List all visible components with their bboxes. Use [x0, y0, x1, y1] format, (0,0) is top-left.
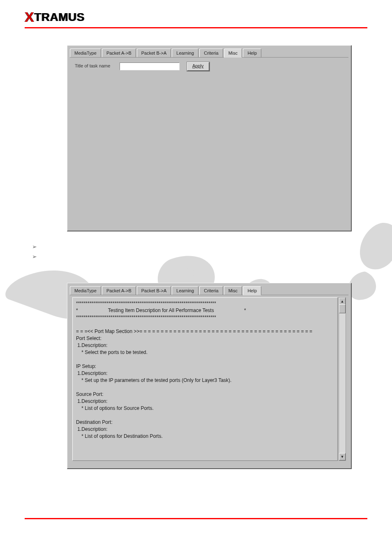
- help-body: ****************************************…: [72, 297, 346, 461]
- misc-body: Title of task name Apply: [75, 62, 344, 71]
- tab-help[interactable]: Help: [243, 286, 261, 295]
- tab-mediatype[interactable]: MediaType: [70, 286, 101, 295]
- tab-criteria[interactable]: Criteria: [199, 49, 223, 57]
- tab-packet-b-a[interactable]: Packet B->A: [137, 286, 171, 295]
- tab-misc[interactable]: Misc: [224, 49, 242, 58]
- tab-packet-a-b[interactable]: Packet A->B: [102, 286, 136, 295]
- apply-button[interactable]: Apply: [187, 62, 210, 71]
- vertical-scrollbar[interactable]: ▲ ▼: [339, 297, 346, 461]
- tab-strip-top: MediaType Packet A->B Packet B->A Learni…: [70, 48, 348, 58]
- arrow-up-icon: ▲: [341, 299, 344, 303]
- tab-mediatype[interactable]: MediaType: [70, 49, 101, 57]
- apply-button-label: Apply: [192, 63, 204, 68]
- tab-criteria[interactable]: Criteria: [199, 286, 223, 295]
- scroll-thumb[interactable]: [339, 304, 346, 313]
- help-text-area: ****************************************…: [72, 297, 338, 461]
- config-panel-help: MediaType Packet A->B Packet B->A Learni…: [67, 283, 352, 469]
- brand-logo: XTRAMUS: [25, 11, 85, 24]
- brand-x: X: [25, 9, 34, 25]
- tab-misc[interactable]: Misc: [224, 286, 242, 295]
- scroll-down-button[interactable]: ▼: [339, 453, 346, 460]
- tab-learning[interactable]: Learning: [172, 49, 198, 57]
- tab-packet-b-a[interactable]: Packet B->A: [137, 49, 171, 57]
- task-name-input[interactable]: [120, 62, 180, 70]
- brand-rest: TRAMUS: [34, 11, 85, 23]
- config-panel-misc: MediaType Packet A->B Packet B->A Learni…: [67, 45, 352, 231]
- bullet-item: [32, 242, 39, 252]
- bullet-list: [32, 242, 39, 261]
- tab-strip-bottom: MediaType Packet A->B Packet B->A Learni…: [70, 286, 348, 295]
- arrow-down-icon: ▼: [341, 455, 344, 459]
- tab-help[interactable]: Help: [243, 49, 261, 57]
- tab-learning[interactable]: Learning: [172, 286, 198, 295]
- title-label: Title of task name: [75, 63, 110, 68]
- page-header-rule: [25, 27, 367, 28]
- bullet-item: [32, 252, 39, 261]
- page-footer-rule: [25, 518, 367, 519]
- tab-packet-a-b[interactable]: Packet A->B: [102, 49, 136, 57]
